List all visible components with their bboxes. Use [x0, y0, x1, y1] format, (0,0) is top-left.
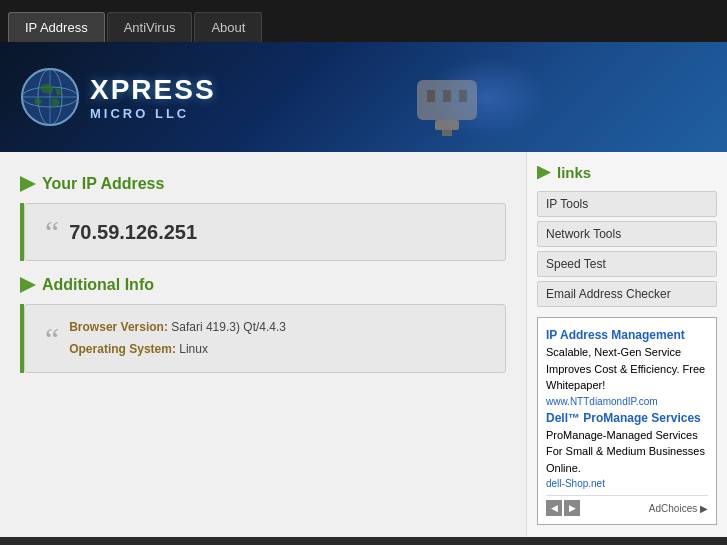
svg-rect-6 [417, 80, 477, 120]
logo-area: XPRESS MICRO LLC [20, 67, 216, 127]
sidebar-link-ip-tools[interactable]: IP Tools [537, 191, 717, 217]
additional-info-box: “ Browser Version: Safari 419.3) Qt/4.4.… [24, 304, 506, 373]
tab-antivirus[interactable]: AntiVirus [107, 12, 193, 42]
logo-micro: MICRO LLC [90, 106, 216, 121]
main-wrapper: Your IP Address “ 70.59.126.251 Addition… [0, 152, 727, 537]
links-section-header: links [537, 164, 717, 181]
tab-about[interactable]: About [194, 12, 262, 42]
footer: © 2011 Xpress-Micro LLC Design by Styles… [0, 537, 727, 545]
quote-mark-icon: “ [45, 216, 59, 248]
browser-label: Browser Version: [69, 320, 168, 334]
svg-rect-10 [435, 120, 459, 130]
ad-title-2: Dell™ ProManage Services [546, 409, 708, 427]
ip-address-value: 70.59.126.251 [69, 221, 197, 244]
links-section-arrow-icon [537, 166, 551, 180]
content-area: Your IP Address “ 70.59.126.251 Addition… [0, 152, 527, 537]
ad-footer: ◀ ▶ AdChoices ▶ [546, 495, 708, 516]
svg-rect-8 [443, 90, 451, 102]
additional-section-arrow-icon [20, 277, 36, 293]
header-banner: XPRESS MICRO LLC [0, 42, 727, 152]
ip-section-arrow-icon [20, 176, 36, 192]
ad-choices-label[interactable]: AdChoices ▶ [649, 501, 708, 516]
os-label: Operating System: [69, 342, 176, 356]
ip-address-box-wrapper: “ 70.59.126.251 [20, 203, 506, 261]
top-navigation: IP Address AntiVirus About [0, 0, 727, 42]
ad-text-1: Scalable, Next-Gen Service Improves Cost… [546, 344, 708, 394]
sidebar: links IP Tools Network Tools Speed Test … [527, 152, 727, 537]
ad-prev-button[interactable]: ◀ [546, 500, 562, 516]
ad-next-button[interactable]: ▶ [564, 500, 580, 516]
ad-link-1[interactable]: www.NTTdiamondIP.com [546, 394, 708, 409]
ad-link-2[interactable]: dell-Shop.net [546, 476, 708, 491]
globe-icon [20, 67, 80, 127]
ip-section-header: Your IP Address [20, 175, 506, 193]
links-section-title: links [557, 164, 591, 181]
additional-info-detail: Browser Version: Safari 419.3) Qt/4.4.3 … [69, 317, 286, 360]
ad-navigation: ◀ ▶ [546, 500, 580, 516]
svg-rect-9 [459, 90, 467, 102]
svg-rect-11 [442, 130, 452, 136]
ip-section-title: Your IP Address [42, 175, 164, 193]
logo-xpress: XPRESS [90, 74, 216, 106]
ip-address-box: “ 70.59.126.251 [24, 203, 506, 261]
ad-title-1: IP Address Management [546, 326, 708, 344]
svg-rect-7 [427, 90, 435, 102]
tab-ip-address[interactable]: IP Address [8, 12, 105, 42]
additional-section-header: Additional Info [20, 276, 506, 294]
additional-section-title: Additional Info [42, 276, 154, 294]
sidebar-link-speed-test[interactable]: Speed Test [537, 251, 717, 277]
sidebar-link-email-checker[interactable]: Email Address Checker [537, 281, 717, 307]
advertisement-box: IP Address Management Scalable, Next-Gen… [537, 317, 717, 525]
browser-value: Safari 419.3) Qt/4.4.3 [171, 320, 286, 334]
ad-text-2: ProManage-Managed Services For Small & M… [546, 427, 708, 477]
additional-info-box-wrapper: “ Browser Version: Safari 419.3) Qt/4.4.… [20, 304, 506, 373]
os-value: Linux [179, 342, 208, 356]
sidebar-link-network-tools[interactable]: Network Tools [537, 221, 717, 247]
ethernet-plug-icon [387, 60, 507, 140]
logo-text: XPRESS MICRO LLC [90, 74, 216, 121]
quote-mark-2-icon: “ [45, 323, 59, 355]
